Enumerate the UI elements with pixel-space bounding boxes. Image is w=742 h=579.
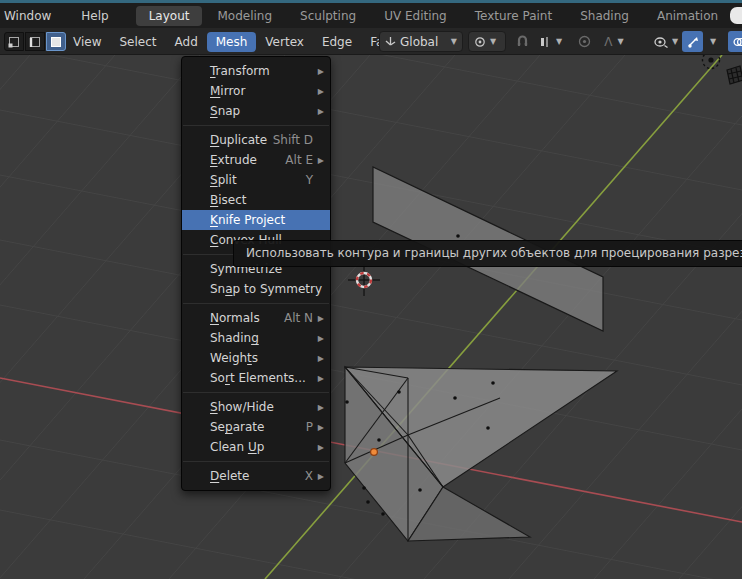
scene-icon[interactable] <box>730 7 742 24</box>
snap-magnet-toggle[interactable] <box>511 31 533 52</box>
tab-shading[interactable]: Shading <box>567 6 642 26</box>
menu-item-label: Delete <box>210 469 249 483</box>
visibility-icon <box>654 36 668 48</box>
menu-separator <box>183 303 329 304</box>
chevron-down-icon: ▼ <box>490 38 496 46</box>
vertex-select-button[interactable] <box>4 32 24 51</box>
falloff-dropdown[interactable]: Λ ▼ <box>596 31 632 52</box>
chevron-down-icon: ▼ <box>710 38 716 46</box>
tab-sculpting[interactable]: Sculpting <box>287 6 369 26</box>
menu-item-weights[interactable]: Weights▶ <box>182 348 330 368</box>
menu-item-label: Shading <box>210 331 259 345</box>
menu-item-label: Split <box>210 173 237 187</box>
tab-uv-editing[interactable]: UV Editing <box>371 6 460 26</box>
menu-item-shortcut: Shift D <box>273 133 313 147</box>
grid-object-icon[interactable] <box>727 66 742 84</box>
tab-texture-paint[interactable]: Texture Paint <box>462 6 565 26</box>
tab-layout[interactable]: Layout <box>136 6 203 26</box>
viewport-menu-add[interactable]: Add <box>166 32 207 52</box>
menu-window[interactable]: Window <box>0 9 63 23</box>
viewport-menu-mesh[interactable]: Mesh <box>207 32 257 52</box>
menu-separator <box>183 125 329 126</box>
submenu-arrow-icon: ▶ <box>315 403 324 412</box>
select-mode-group <box>4 32 66 51</box>
chevron-down-icon: ▼ <box>618 38 624 46</box>
pivot-point-icon <box>474 36 486 48</box>
mesh-menu-panel: Transform▶Mirror▶Snap▶DuplicateShift DEx… <box>181 56 331 491</box>
tab-animation[interactable]: Animation <box>644 6 731 26</box>
pivot-point-dropdown[interactable]: ▼ <box>468 31 506 52</box>
menu-item-snap-to-symmetry[interactable]: Snap to Symmetry <box>182 279 330 299</box>
menu-separator <box>183 461 329 462</box>
transform-orientation-icon <box>385 36 396 47</box>
gizmos-toggle-icon <box>687 36 699 48</box>
menu-item-transform[interactable]: Transform▶ <box>182 61 330 81</box>
menu-item-normals[interactable]: NormalsAlt N▶ <box>182 308 330 328</box>
submenu-arrow-icon: ▶ <box>315 67 324 76</box>
proportional-editing-toggle[interactable] <box>573 31 595 52</box>
tab-modeling[interactable]: Modeling <box>204 6 285 26</box>
snap-target-dropdown[interactable]: ▼ <box>534 31 568 52</box>
menu-item-label: Sort Elements... <box>210 371 306 385</box>
submenu-arrow-icon: ▶ <box>315 107 324 116</box>
3d-viewport[interactable] <box>0 0 742 579</box>
menu-item-duplicate[interactable]: DuplicateShift D <box>182 130 330 150</box>
object-origin <box>371 449 378 456</box>
menu-item-knife-project[interactable]: Knife Project <box>182 210 330 230</box>
menu-item-extrude[interactable]: ExtrudeAlt E▶ <box>182 150 330 170</box>
viewport-menu-select[interactable]: Select <box>110 32 165 52</box>
submenu-arrow-icon: ▶ <box>315 472 324 481</box>
menu-item-label: Bisect <box>210 193 247 207</box>
snap-target-icon <box>540 36 552 48</box>
menu-item-clean-up[interactable]: Clean Up▶ <box>182 437 330 457</box>
workspace-tabs: LayoutModelingSculptingUV EditingTexture… <box>135 3 742 28</box>
menu-item-label: Snap <box>210 104 240 118</box>
face-select-button[interactable] <box>46 32 66 51</box>
menu-item-bisect[interactable]: Bisect <box>182 190 330 210</box>
menu-item-separate[interactable]: SeparateP▶ <box>182 417 330 437</box>
menu-item-shortcut: P <box>306 420 313 434</box>
menu-item-shortcut: Alt E <box>285 153 313 167</box>
chevron-down-icon: ▼ <box>451 38 457 46</box>
viewport-menu-edge[interactable]: Edge <box>313 32 361 52</box>
edge-select-button[interactable] <box>25 32 45 51</box>
orientation-label: Global <box>400 35 438 49</box>
falloff-curve-icon: Λ <box>604 36 612 48</box>
menu-item-shortcut: X <box>305 469 313 483</box>
gizmos-toggle[interactable] <box>682 31 703 52</box>
menu-item-label: Separate <box>210 420 264 434</box>
menu-item-sort-elements[interactable]: Sort Elements...▶ <box>182 368 330 388</box>
menu-item-label: Snap to Symmetry <box>210 282 322 296</box>
menu-item-shortcut: Alt N <box>284 311 313 325</box>
menu-item-label: Transform <box>210 64 270 78</box>
menu-item-split[interactable]: SplitY <box>182 170 330 190</box>
menu-item-snap[interactable]: Snap▶ <box>182 101 330 121</box>
tooltip-text: Использовать контура и границы других об… <box>246 246 742 260</box>
menu-item-label: Normals <box>210 311 260 325</box>
overlays-toggle-icon <box>733 36 742 48</box>
topbar: Window Help LayoutModelingSculptingUV Ed… <box>0 3 742 28</box>
chevron-down-icon: ▼ <box>672 38 678 46</box>
submenu-arrow-icon: ▶ <box>315 156 324 165</box>
tooltip: Использовать контура и границы других об… <box>233 240 742 267</box>
menu-item-label: Extrude <box>210 153 257 167</box>
submenu-arrow-icon: ▶ <box>315 374 324 383</box>
chevron-down-icon: ▼ <box>556 38 562 46</box>
transform-orientation-dropdown[interactable]: Global ▼ <box>379 31 463 52</box>
submenu-arrow-icon: ▶ <box>315 334 324 343</box>
blender-window: Window Help LayoutModelingSculptingUV Ed… <box>0 0 742 579</box>
viewport-header: ViewSelectAddMeshVertexEdgeFaceUV Global… <box>0 28 742 55</box>
menu-help[interactable]: Help <box>69 9 120 23</box>
menu-item-label: Show/Hide <box>210 400 274 414</box>
gizmos-chevron[interactable]: ▼ <box>706 31 720 52</box>
menu-item-show-hide[interactable]: Show/Hide▶ <box>182 397 330 417</box>
menu-item-shading[interactable]: Shading▶ <box>182 328 330 348</box>
menu-separator <box>183 392 329 393</box>
viewport-menu-view[interactable]: View <box>64 32 110 52</box>
menu-item-label: Duplicate <box>210 133 267 147</box>
menu-item-mirror[interactable]: Mirror▶ <box>182 81 330 101</box>
visibility-dropdown[interactable]: ▼ <box>648 31 684 52</box>
viewport-menu-vertex[interactable]: Vertex <box>256 32 313 52</box>
overlays-toggle[interactable] <box>728 31 742 52</box>
menu-item-delete[interactable]: DeleteX▶ <box>182 466 330 486</box>
